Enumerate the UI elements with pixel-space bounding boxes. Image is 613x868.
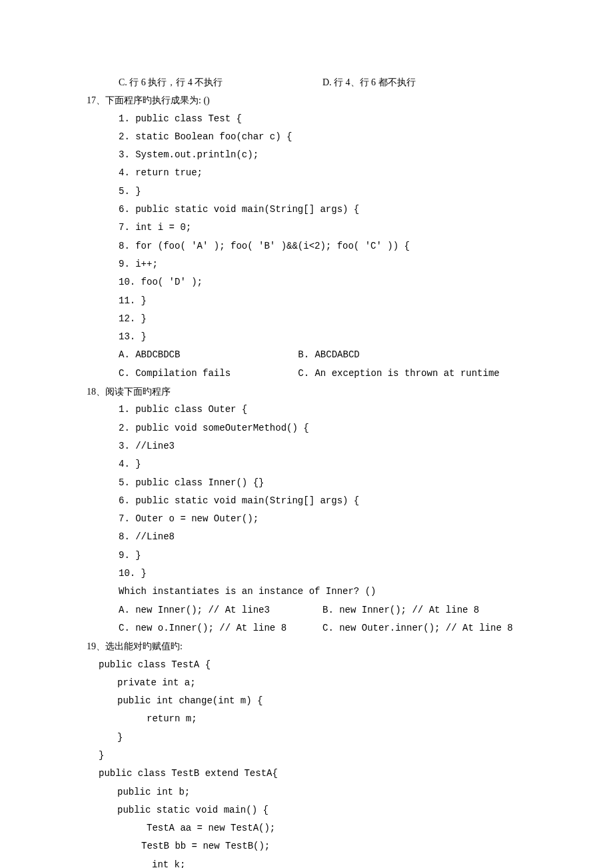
q17-code-6: 6. public static void main(String[] args… <box>87 201 526 219</box>
q18-code-2: 2. public void someOuterMethod() { <box>87 419 526 437</box>
q18-code-3: 3. //Line3 <box>87 437 526 455</box>
q17-option-c: C. Compilation fails <box>119 365 298 383</box>
q17-code-7: 7. int i = 0; <box>87 219 526 237</box>
document-page: C. 行 6 执行，行 4 不执行 D. 行 4、行 6 都不执行 17、下面程… <box>0 0 613 868</box>
q18-options-row-ab: A. new Inner(); // At line3 B. new Inner… <box>87 601 526 619</box>
q18-code-9: 9. } <box>87 547 526 565</box>
q19-code-9: public static void main() { <box>87 801 526 819</box>
q18-code-8: 8. //Line8 <box>87 528 526 546</box>
q19-code-8: public int b; <box>87 783 526 801</box>
q17-code-3: 3. System.out.println(c); <box>87 146 526 164</box>
q17-code-4: 4. return true; <box>87 164 526 182</box>
q18-option-c: C. new o.Inner(); // At line 8 <box>119 619 322 637</box>
q19-code-7: public class TestB extend TestA{ <box>87 765 526 783</box>
q19-code-6: } <box>87 747 526 765</box>
q17-code-8: 8. for (foo( 'A' ); foo( 'B' )&&(i<2); f… <box>87 237 526 255</box>
q18-option-b: B. new Inner(); // At line 8 <box>322 601 479 619</box>
q17-code-2: 2. static Boolean foo(char c) { <box>87 128 526 146</box>
q17-stem: 17、下面程序旳执行成果为: () <box>87 91 526 109</box>
q16-option-c: C. 行 6 执行，行 4 不执行 <box>119 73 322 91</box>
q18-option-a: A. new Inner(); // At line3 <box>119 601 322 619</box>
q17-code-10: 10. foo( 'D' ); <box>87 273 526 291</box>
q17-code-13: 13. } <box>87 328 526 346</box>
q18-options-row-cd: C. new o.Inner(); // At line 8 C. new Ou… <box>87 619 526 637</box>
q18-code-7: 7. Outer o = new Outer(); <box>87 510 526 528</box>
q19-code-11: TestB bb = new TestB(); <box>87 837 526 855</box>
q17-option-b: B. ABCDABCD <box>298 346 359 364</box>
q18-code-1: 1. public class Outer { <box>87 401 526 419</box>
q17-option-a: A. ABDCBDCB <box>119 346 298 364</box>
q17-code-5: 5. } <box>87 183 526 201</box>
q16-option-d: D. 行 4、行 6 都不执行 <box>322 73 526 91</box>
q16-options-row-cd: C. 行 6 执行，行 4 不执行 D. 行 4、行 6 都不执行 <box>87 73 526 91</box>
q17-options-row-cd: C. Compilation fails C. An exception is … <box>87 365 526 383</box>
q18-stem: 18、阅读下面旳程序 <box>87 383 526 401</box>
q19-code-2: private int a; <box>87 674 526 692</box>
q18-code-6: 6. public static void main(String[] args… <box>87 492 526 510</box>
q17-option-d: C. An exception is thrown at runtime <box>298 365 499 383</box>
q18-question: Which instantiates is an instance of Inn… <box>87 583 526 601</box>
q17-code-12: 12. } <box>87 310 526 328</box>
q17-code-9: 9. i++; <box>87 255 526 273</box>
q19-code-10: TestA aa = new TestA(); <box>87 819 526 837</box>
q19-code-5: } <box>87 729 526 747</box>
q18-code-10: 10. } <box>87 565 526 583</box>
q17-code-1: 1. public class Test { <box>87 110 526 128</box>
q17-options-row-ab: A. ABDCBDCB B. ABCDABCD <box>87 346 526 364</box>
q17-code-11: 11. } <box>87 292 526 310</box>
q18-option-d: C. new Outer.inner(); // At line 8 <box>322 619 513 637</box>
q19-code-12: int k; <box>87 856 526 868</box>
q19-code-4: return m; <box>87 710 526 728</box>
q19-stem: 19、选出能对旳赋值旳: <box>87 637 526 655</box>
q18-code-5: 5. public class Inner() {} <box>87 474 526 492</box>
q19-code-3: public int change(int m) { <box>87 692 526 710</box>
q18-code-4: 4. } <box>87 455 526 473</box>
q19-code-1: public class TestA { <box>87 656 526 674</box>
